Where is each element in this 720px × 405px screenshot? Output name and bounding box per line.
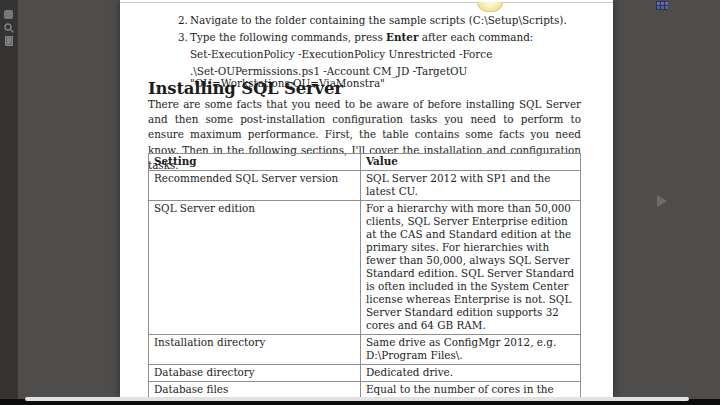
table-row: Installation directorySame drive as Conf… (149, 335, 581, 365)
search-icon[interactable] (4, 23, 14, 33)
table-header-row: Setting Value (149, 154, 581, 171)
list-item-text: Navigate to the folder containing the sa… (190, 14, 567, 26)
list-item-bold-word: Enter (386, 31, 418, 43)
settings-table-body: Recommended SQL Server versionSQL Server… (149, 171, 581, 398)
document-page: 2. Navigate to the folder containing the… (120, 0, 613, 397)
list-item-text-before: Type the following commands, press (190, 31, 386, 43)
command-line: Set-ExecutionPolicy -ExecutionPolicy Unr… (190, 48, 492, 60)
table-row: Recommended SQL Server versionSQL Server… (149, 171, 581, 201)
value-column-header: Value (361, 154, 581, 171)
table-row: Database directoryDedicated drive. (149, 365, 581, 382)
horizontal-scrollbar[interactable] (25, 397, 689, 401)
setting-cell: Installation directory (149, 335, 361, 365)
position-marker-bubble[interactable] (477, 2, 503, 12)
thumbnails-icon[interactable] (4, 10, 13, 19)
list-number: 2. (178, 14, 188, 26)
value-cell: SQL Server 2012 with SP1 and the latest … (361, 171, 581, 201)
page-boundary-line (120, 2, 613, 3)
setting-cell: Database directory (149, 365, 361, 382)
setting-cell: Database files (149, 382, 361, 398)
value-cell: Dedicated drive. (361, 365, 581, 382)
list-item-text-after: after each command: (418, 31, 533, 43)
setting-cell: SQL Server edition (149, 201, 361, 335)
settings-table: Setting Value Recommended SQL Server ver… (148, 153, 581, 397)
table-row: SQL Server editionFor a hierarchy with m… (149, 201, 581, 335)
value-cell: Equal to the number of cores in the serv… (361, 382, 581, 398)
left-toolbar (0, 0, 18, 399)
list-number: 3. (178, 31, 188, 43)
next-page-arrow[interactable] (657, 195, 667, 207)
value-cell: For a hierarchy with more than 50,000 cl… (361, 201, 581, 335)
section-heading: Installing SQL Server (148, 79, 343, 98)
setting-cell: Recommended SQL Server version (149, 171, 361, 201)
list-item-text: Type the following commands, press Enter… (190, 31, 533, 43)
setting-column-header: Setting (149, 154, 361, 171)
table-row: Database filesEqual to the number of cor… (149, 382, 581, 398)
reader-app-window: 2. Navigate to the folder containing the… (0, 0, 720, 405)
value-cell: Same drive as ConfigMgr 2012, e.g. D:\Pr… (361, 335, 581, 365)
mini-grid-icon[interactable] (656, 1, 668, 10)
annotations-icon[interactable] (4, 36, 14, 46)
